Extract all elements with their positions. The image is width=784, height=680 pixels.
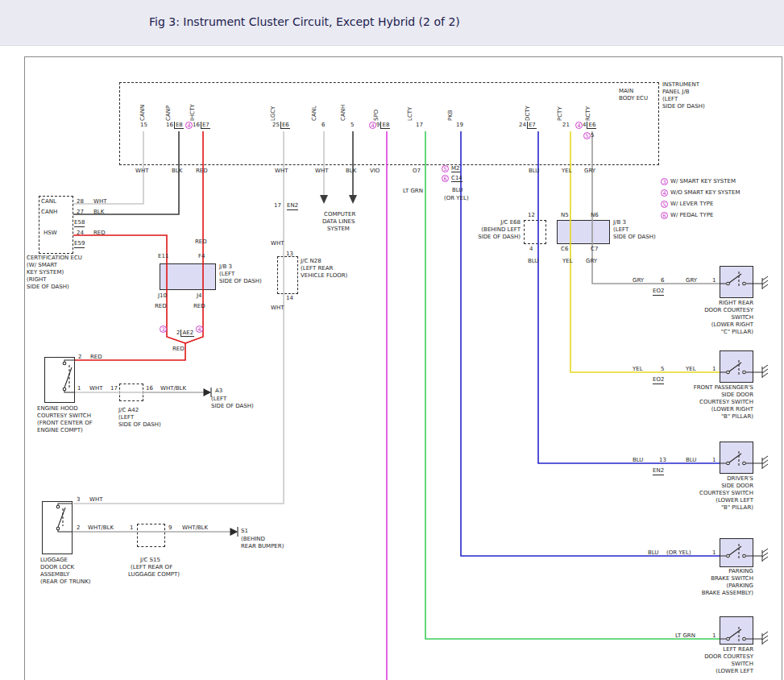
pin: 5: [591, 132, 594, 139]
sw2-caption-5: "B" PILLAR): [721, 504, 753, 512]
n28-caption-2: (LEFT REAR: [301, 265, 333, 272]
jb3r-caption-3: SIDE OF DASH): [613, 234, 656, 241]
luggage-caption-3: ASSEMBLY: [40, 571, 69, 578]
jb3r-caption-2: (LEFT: [613, 226, 628, 234]
jb3-pin-e11: E11: [158, 253, 168, 260]
pin: 15: [140, 122, 147, 128]
sw2-caption-1: DRIVER'S: [727, 475, 753, 483]
hood-pin-1: 1: [77, 385, 81, 392]
sw3-wire1b: (OR YEL): [666, 549, 691, 557]
pkb-lever-connector: 5M2: [442, 165, 460, 172]
signal-canl: CANL: [311, 106, 318, 121]
wire-color-lgcy: WHT: [275, 168, 288, 175]
connector: E7: [527, 122, 537, 129]
ecu-pin-canl: 6: [321, 122, 325, 129]
s15-pin-in: 1: [130, 525, 133, 532]
ecu-pin-spd: 49E8: [369, 122, 390, 129]
sw3-pin-b: 1: [712, 549, 716, 557]
sw1-caption-1: FRONT PASSENGER'S: [694, 384, 753, 392]
luggage-caption-2: DOOR LOCK: [40, 564, 74, 571]
e68-pin-12: 12: [528, 212, 535, 219]
a42-caption-3: SIDE OF DASH): [118, 421, 161, 429]
wire-color-pcty: YEL: [562, 168, 572, 175]
legend-item-lever-type: 5W/ LEVER TYPE: [661, 201, 713, 208]
sw2-pin-b: 1: [712, 457, 716, 464]
signal-spd: SPD: [373, 110, 380, 121]
wire-ihcty-red: [185, 131, 203, 343]
sw3-wire1: BLU: [648, 549, 658, 557]
cert-connector-e58: E58: [74, 219, 85, 227]
jb3-wire-red-left: RED: [155, 303, 167, 310]
main-ecu-name-1: MAIN: [619, 88, 633, 95]
hood-wire-red: RED: [90, 354, 102, 361]
cert-wire-wht: WHT: [93, 198, 106, 205]
ecu-pin-pkb: 19: [456, 122, 463, 129]
e68-caption-3: SIDE OF DASH): [478, 234, 521, 241]
sw0-pin-b: 1: [712, 277, 716, 284]
ecu-pin-lgcy: 25E6: [272, 122, 290, 129]
signal-cann: CANN: [139, 105, 147, 121]
wire-color-ihcty: RED: [196, 168, 208, 175]
cert-caption-3: KEY SYSTEM): [27, 269, 64, 276]
cert-pin-27: 27: [77, 209, 84, 216]
wire-color-dcty: BLU: [529, 168, 539, 175]
wire-color-canp: BLK: [172, 168, 182, 175]
pin: 25: [272, 122, 280, 128]
legend-badge: 5: [661, 201, 668, 208]
signal-ihcty: IHCTY: [189, 104, 197, 121]
pin: 16: [166, 122, 173, 128]
wire-color-spd: VIO: [370, 168, 380, 175]
jb3-pin-f4: F4: [198, 253, 205, 260]
merge-connector: 2AE2: [176, 330, 194, 337]
sw0-connector: EO2: [653, 288, 664, 296]
pin: 19: [456, 122, 463, 128]
front-passenger-door-switch-symbol: [720, 360, 753, 375]
ecu-pin-canh: 5: [351, 122, 354, 129]
variant-badge: 4: [369, 122, 376, 129]
variant-badge: 6: [442, 175, 449, 182]
variant-badge: 4: [575, 122, 583, 129]
signal-lgcy: LGCY: [270, 106, 277, 121]
legend-text: W/ LEVER TYPE: [670, 201, 713, 207]
merge-badge-wo-smart: 4: [196, 325, 203, 333]
jb3-left-caption-1: J/B 3: [219, 263, 232, 271]
wire-color-lcty: LT GRN: [403, 188, 423, 195]
legend-badge: 6: [661, 212, 668, 219]
jb3r-pin-n6: N6: [591, 212, 599, 219]
wire-canp-blk: [73, 131, 179, 214]
ecu-pin-dcty: 24E7: [519, 122, 537, 129]
connector: E6: [280, 122, 290, 129]
wire-cann-wht: [73, 131, 143, 204]
legend-item-wo-smart-key: 4W/O SMART KEY SYSTEM: [661, 189, 740, 197]
jb3-pin-j10: J10: [158, 292, 167, 300]
ecu-pin-lcty: 17: [416, 122, 423, 129]
legend-text: W/O SMART KEY SYSTEM: [670, 189, 740, 196]
sw4-wire1: LT GRN: [675, 632, 695, 640]
data-lines-caption-1: COMPUTER: [324, 211, 355, 218]
sw2-connector: EN2: [653, 467, 664, 475]
variant-badge: 4: [196, 325, 203, 333]
legend-item-smart-key: 3W/ SMART KEY SYSTEM: [661, 178, 736, 185]
pin: 6: [321, 122, 325, 128]
pin: 4: [583, 122, 586, 128]
data-lines-arrow-left: [320, 195, 328, 204]
hood-caption-1: ENGINE HOOD: [37, 405, 78, 413]
cert-caption-5: SIDE OF DASH): [27, 284, 69, 291]
instrument-panel-note-3: (LEFT: [662, 96, 678, 103]
instrument-panel-note-2: PANEL J/B: [662, 89, 690, 96]
sw1-connector: EO2: [653, 376, 664, 384]
a42-wire-whtblk: WHT/BLK: [160, 385, 186, 392]
cert-caption-1: CERTIFICATION ECU: [27, 255, 82, 262]
s15-caption-1: J/C S15: [140, 557, 160, 564]
data-lines-caption-3: SYSTEM: [327, 226, 350, 233]
ground-symbols: [753, 276, 768, 645]
jb3r-wire-yel: YEL: [562, 258, 573, 265]
sw1-pin-a: 5: [661, 366, 664, 373]
luggage-pin-3: 3: [77, 496, 80, 504]
sw4-pin-b: 1: [712, 632, 716, 640]
sw4-caption-3: SWITCH: [732, 661, 753, 668]
n28-pin-14: 14: [286, 295, 293, 302]
signal-dcty: DCTY: [525, 106, 532, 121]
sw3-caption-3: (PARKING: [727, 583, 753, 590]
a3-arrow: [204, 388, 211, 397]
